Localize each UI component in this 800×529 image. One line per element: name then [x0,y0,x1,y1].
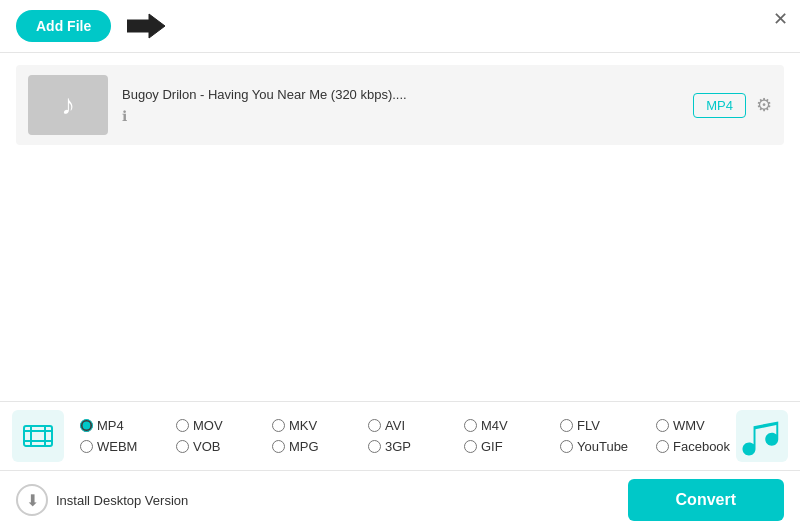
toolbar: Add File [0,0,800,53]
format-options: MP4 MOV MKV AVI M4V [0,402,800,471]
install-label: Install Desktop Version [56,493,188,508]
bottom-panel: MP4 MOV MKV AVI M4V [0,401,800,529]
radio-3gp[interactable]: 3GP [368,439,448,454]
radio-mpg[interactable]: MPG [272,439,352,454]
music-format-icon [736,410,788,462]
svg-rect-1 [24,426,52,446]
action-bar: ⬇ Install Desktop Version Convert [0,471,800,529]
radio-mkv[interactable]: MKV [272,418,352,433]
file-item: ♪ Bugoy Drilon - Having You Near Me (320… [16,65,784,145]
music-note-icon: ♪ [61,89,75,121]
radio-facebook[interactable]: Facebook [656,439,736,454]
file-list: ♪ Bugoy Drilon - Having You Near Me (320… [0,53,800,157]
format-badge-button[interactable]: MP4 [693,93,746,118]
gear-button[interactable]: ⚙ [756,94,772,116]
radio-gif[interactable]: GIF [464,439,544,454]
add-file-button[interactable]: Add File [16,10,111,42]
radio-youtube[interactable]: YouTube [560,439,640,454]
radio-vob[interactable]: VOB [176,439,256,454]
radio-options: MP4 MOV MKV AVI M4V [80,415,736,457]
radio-m4v[interactable]: M4V [464,418,544,433]
radio-mov[interactable]: MOV [176,418,256,433]
close-button[interactable]: ✕ [773,8,788,30]
convert-button[interactable]: Convert [628,479,784,521]
install-desktop-button[interactable]: ⬇ Install Desktop Version [16,484,188,516]
svg-marker-0 [127,14,165,38]
radio-row-1: MP4 MOV MKV AVI M4V [80,415,736,436]
download-icon: ⬇ [16,484,48,516]
video-format-icon [12,410,64,462]
radio-mp4[interactable]: MP4 [80,418,160,433]
radio-row-2: WEBM VOB MPG 3GP GIF [80,436,736,457]
info-icon[interactable]: ℹ [122,108,679,124]
file-actions: MP4 ⚙ [693,93,772,118]
file-thumbnail: ♪ [28,75,108,135]
arrow-icon [127,12,167,40]
radio-wmv[interactable]: WMV [656,418,736,433]
file-info: Bugoy Drilon - Having You Near Me (320 k… [122,87,679,124]
radio-webm[interactable]: WEBM [80,439,160,454]
radio-avi[interactable]: AVI [368,418,448,433]
file-name: Bugoy Drilon - Having You Near Me (320 k… [122,87,679,102]
radio-flv[interactable]: FLV [560,418,640,433]
